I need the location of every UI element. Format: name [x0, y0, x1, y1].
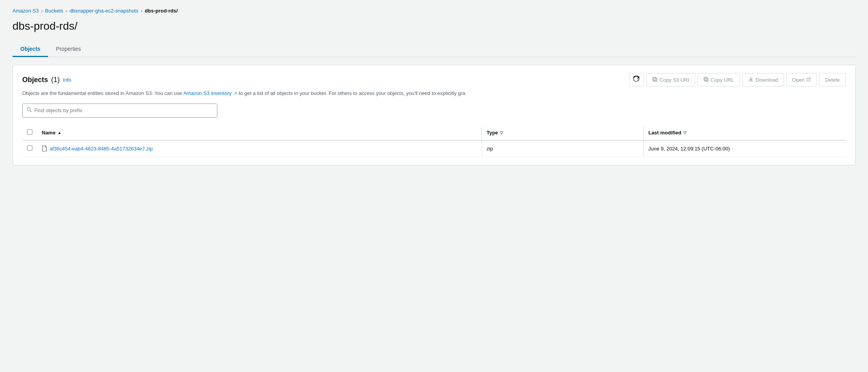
svg-line-5	[30, 111, 32, 112]
download-button[interactable]: Download	[742, 73, 784, 86]
td-checkbox	[22, 140, 37, 157]
tab-objects[interactable]: Objects	[12, 42, 48, 57]
copy-s3-uri-icon	[652, 77, 658, 83]
modified-sort-desc-icon: ▽	[683, 131, 687, 135]
search-icon	[27, 107, 32, 114]
td-name: af36c454-eab4-4623-8485-4a51732634e7.zip	[37, 140, 482, 157]
breadcrumb: Amazon S3 › Buckets › dbsnapper-gha-ec2-…	[12, 8, 856, 14]
th-last-modified-label: Last modified	[648, 130, 681, 136]
open-label: Open	[792, 77, 805, 83]
tabs-bar: Objects Properties	[12, 42, 856, 57]
objects-title: Objects	[22, 76, 48, 84]
svg-rect-3	[704, 77, 707, 80]
delete-button[interactable]: Delete	[819, 73, 846, 86]
td-type: zip	[482, 140, 644, 157]
objects-table: Name ▲ Type ▽ Last modified ▽	[22, 125, 846, 157]
download-icon	[748, 77, 754, 83]
copy-s3-uri-label: Copy S3 URI	[660, 77, 689, 83]
external-link-icon: ↗	[234, 91, 237, 96]
td-last-modified: June 9, 2024, 12:09:15 (UTC-06:00)	[644, 140, 846, 157]
download-label: Download	[756, 77, 778, 83]
breadcrumb-bucket-name[interactable]: dbsnapper-gha-ec2-snapshots	[69, 8, 138, 14]
th-checkbox	[22, 125, 37, 140]
th-last-modified[interactable]: Last modified ▽	[644, 125, 846, 140]
th-name-label: Name	[42, 130, 55, 136]
action-buttons: Copy S3 URI Copy URL	[629, 73, 846, 86]
breadcrumb-current: dbs-prod-rds/	[145, 8, 178, 14]
breadcrumb-buckets[interactable]: Buckets	[45, 8, 63, 14]
search-input-wrapper	[22, 104, 217, 118]
open-external-icon	[806, 77, 811, 83]
svg-rect-2	[705, 78, 708, 81]
copy-url-icon	[703, 77, 709, 83]
refresh-icon	[633, 76, 640, 84]
objects-title-group: Objects (1) Info	[22, 76, 71, 84]
breadcrumb-sep-1: ›	[41, 8, 43, 14]
objects-count: (1)	[51, 76, 60, 84]
file-icon	[42, 145, 47, 152]
copy-url-button[interactable]: Copy URL	[697, 73, 740, 86]
select-all-checkbox[interactable]	[27, 129, 32, 135]
breadcrumb-sep-3: ›	[141, 8, 142, 14]
search-input[interactable]	[34, 107, 213, 113]
type-sort-desc-icon: ▽	[500, 131, 503, 135]
objects-header: Objects (1) Info	[22, 73, 846, 86]
th-name[interactable]: Name ▲	[37, 125, 482, 140]
svg-rect-0	[654, 78, 657, 81]
objects-description: Objects are the fundamental entities sto…	[22, 89, 846, 97]
copy-s3-uri-button[interactable]: Copy S3 URI	[646, 73, 695, 86]
th-type[interactable]: Type ▽	[482, 125, 644, 140]
row-checkbox[interactable]	[27, 145, 32, 151]
breadcrumb-sep-2: ›	[66, 8, 67, 14]
table-row: af36c454-eab4-4623-8485-4a51732634e7.zip…	[22, 140, 846, 157]
search-container	[22, 104, 846, 118]
copy-url-label: Copy URL	[711, 77, 734, 83]
refresh-button[interactable]	[629, 73, 644, 86]
objects-panel: Objects (1) Info	[12, 65, 856, 165]
tab-properties[interactable]: Properties	[48, 42, 89, 57]
info-link[interactable]: Info	[63, 77, 71, 83]
breadcrumb-amazon-s3[interactable]: Amazon S3	[12, 8, 39, 14]
th-type-label: Type	[487, 130, 498, 136]
delete-label: Delete	[825, 77, 840, 83]
page-title: dbs-prod-rds/	[12, 20, 856, 32]
name-sort-asc-icon: ▲	[57, 131, 61, 135]
table-header-row: Name ▲ Type ▽ Last modified ▽	[22, 125, 846, 140]
inventory-link[interactable]: Amazon S3 inventory ↗	[183, 90, 239, 96]
file-link[interactable]: af36c454-eab4-4623-8485-4a51732634e7.zip	[50, 146, 153, 152]
svg-rect-1	[653, 77, 656, 80]
open-button[interactable]: Open	[786, 73, 817, 86]
